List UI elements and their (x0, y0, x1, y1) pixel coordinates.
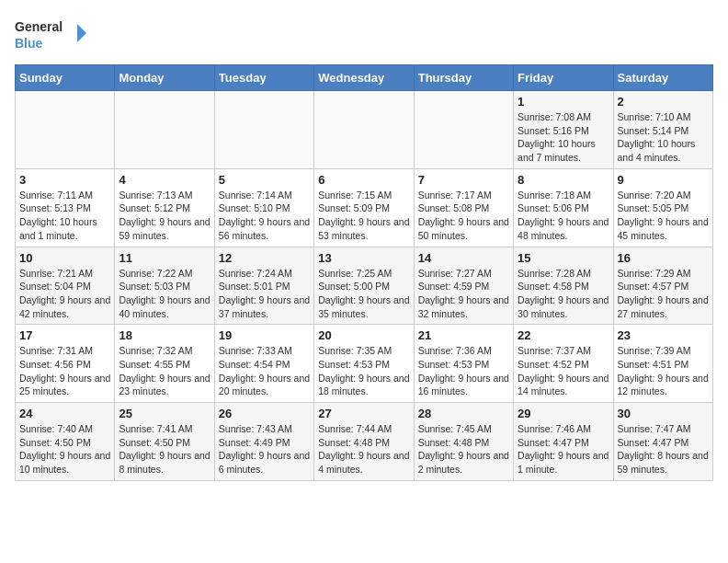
day-info: Sunrise: 7:41 AM Sunset: 4:50 PM Dayligh… (119, 422, 210, 477)
day-info: Sunrise: 7:28 AM Sunset: 4:58 PM Dayligh… (518, 267, 609, 321)
day-info: Sunrise: 7:37 AM Sunset: 4:52 PM Dayligh… (518, 344, 609, 398)
svg-marker-2 (77, 24, 86, 42)
calendar-cell: 5Sunrise: 7:14 AM Sunset: 5:10 PM Daylig… (214, 168, 313, 247)
day-number: 6 (318, 173, 409, 187)
calendar-cell: 19Sunrise: 7:33 AM Sunset: 4:54 PM Dayli… (214, 325, 313, 403)
day-number: 4 (119, 173, 210, 187)
calendar-cell (414, 91, 513, 169)
day-number: 27 (318, 407, 409, 420)
calendar-cell: 16Sunrise: 7:29 AM Sunset: 4:57 PM Dayli… (613, 247, 712, 325)
weekday-header-saturday: Saturday (613, 65, 712, 91)
day-number: 12 (219, 251, 310, 265)
calendar-week-4: 17Sunrise: 7:31 AM Sunset: 4:56 PM Dayli… (16, 325, 713, 403)
day-info: Sunrise: 7:40 AM Sunset: 4:50 PM Dayligh… (19, 422, 110, 477)
day-info: Sunrise: 7:27 AM Sunset: 4:59 PM Dayligh… (418, 267, 509, 321)
svg-text:Blue: Blue (15, 36, 43, 51)
calendar-cell (16, 91, 115, 169)
calendar-cell: 21Sunrise: 7:36 AM Sunset: 4:53 PM Dayli… (414, 325, 513, 403)
day-number: 23 (618, 328, 709, 342)
day-number: 30 (618, 407, 709, 420)
day-number: 16 (618, 251, 709, 265)
weekday-header-thursday: Thursday (414, 65, 513, 91)
day-number: 14 (418, 251, 509, 265)
day-number: 25 (119, 407, 210, 420)
calendar-week-3: 10Sunrise: 7:21 AM Sunset: 5:04 PM Dayli… (16, 247, 713, 325)
day-info: Sunrise: 7:22 AM Sunset: 5:03 PM Dayligh… (119, 267, 210, 321)
day-info: Sunrise: 7:45 AM Sunset: 4:48 PM Dayligh… (418, 422, 509, 477)
day-number: 5 (219, 173, 310, 187)
day-info: Sunrise: 7:25 AM Sunset: 5:00 PM Dayligh… (318, 267, 409, 321)
day-number: 13 (318, 251, 409, 265)
calendar-cell: 10Sunrise: 7:21 AM Sunset: 5:04 PM Dayli… (16, 247, 115, 325)
day-number: 11 (119, 251, 210, 265)
day-number: 10 (19, 251, 110, 265)
weekday-header-monday: Monday (115, 65, 214, 91)
day-info: Sunrise: 7:35 AM Sunset: 4:53 PM Dayligh… (318, 344, 409, 398)
calendar-cell: 9Sunrise: 7:20 AM Sunset: 5:05 PM Daylig… (613, 168, 712, 247)
day-info: Sunrise: 7:36 AM Sunset: 4:53 PM Dayligh… (418, 344, 509, 398)
day-info: Sunrise: 7:47 AM Sunset: 4:47 PM Dayligh… (618, 422, 709, 477)
calendar-cell: 2Sunrise: 7:10 AM Sunset: 5:14 PM Daylig… (613, 91, 712, 169)
calendar-cell: 4Sunrise: 7:13 AM Sunset: 5:12 PM Daylig… (115, 168, 214, 247)
calendar: SundayMondayTuesdayWednesdayThursdayFrid… (15, 64, 713, 481)
day-info: Sunrise: 7:21 AM Sunset: 5:04 PM Dayligh… (19, 267, 110, 321)
day-number: 3 (19, 173, 110, 187)
day-number: 22 (518, 328, 609, 342)
day-info: Sunrise: 7:32 AM Sunset: 4:55 PM Dayligh… (119, 344, 210, 398)
day-info: Sunrise: 7:39 AM Sunset: 4:51 PM Dayligh… (618, 344, 709, 398)
header: General Blue (15, 15, 713, 55)
calendar-body: 1Sunrise: 7:08 AM Sunset: 5:16 PM Daylig… (16, 91, 713, 481)
calendar-cell: 18Sunrise: 7:32 AM Sunset: 4:55 PM Dayli… (115, 325, 214, 403)
calendar-cell: 26Sunrise: 7:43 AM Sunset: 4:49 PM Dayli… (214, 403, 313, 481)
weekday-header-wednesday: Wednesday (314, 65, 414, 91)
day-info: Sunrise: 7:10 AM Sunset: 5:14 PM Dayligh… (618, 110, 709, 165)
calendar-cell: 27Sunrise: 7:44 AM Sunset: 4:48 PM Dayli… (314, 403, 414, 481)
day-number: 20 (318, 328, 409, 342)
weekday-header-sunday: Sunday (16, 65, 115, 91)
calendar-cell: 6Sunrise: 7:15 AM Sunset: 5:09 PM Daylig… (314, 168, 414, 247)
svg-text:General: General (15, 19, 63, 34)
day-info: Sunrise: 7:20 AM Sunset: 5:05 PM Dayligh… (618, 189, 709, 243)
day-info: Sunrise: 7:08 AM Sunset: 5:16 PM Dayligh… (518, 110, 609, 165)
calendar-week-1: 1Sunrise: 7:08 AM Sunset: 5:16 PM Daylig… (16, 91, 713, 169)
calendar-cell: 13Sunrise: 7:25 AM Sunset: 5:00 PM Dayli… (314, 247, 414, 325)
day-number: 19 (219, 328, 310, 342)
calendar-cell: 20Sunrise: 7:35 AM Sunset: 4:53 PM Dayli… (314, 325, 414, 403)
calendar-cell (214, 91, 313, 169)
day-number: 7 (418, 173, 509, 187)
calendar-cell (115, 91, 214, 169)
day-number: 8 (518, 173, 609, 187)
calendar-cell: 1Sunrise: 7:08 AM Sunset: 5:16 PM Daylig… (514, 91, 613, 169)
calendar-header: SundayMondayTuesdayWednesdayThursdayFrid… (16, 65, 713, 91)
day-number: 18 (119, 328, 210, 342)
day-info: Sunrise: 7:43 AM Sunset: 4:49 PM Dayligh… (219, 422, 310, 477)
day-number: 28 (418, 407, 509, 420)
calendar-cell: 8Sunrise: 7:18 AM Sunset: 5:06 PM Daylig… (514, 168, 613, 247)
day-info: Sunrise: 7:46 AM Sunset: 4:47 PM Dayligh… (518, 422, 609, 477)
day-info: Sunrise: 7:14 AM Sunset: 5:10 PM Dayligh… (219, 189, 310, 243)
weekday-header-friday: Friday (514, 65, 613, 91)
calendar-cell: 7Sunrise: 7:17 AM Sunset: 5:08 PM Daylig… (414, 168, 513, 247)
day-info: Sunrise: 7:17 AM Sunset: 5:08 PM Dayligh… (418, 189, 509, 243)
calendar-cell: 29Sunrise: 7:46 AM Sunset: 4:47 PM Dayli… (514, 403, 613, 481)
day-number: 1 (518, 95, 609, 109)
day-number: 17 (19, 328, 110, 342)
calendar-week-2: 3Sunrise: 7:11 AM Sunset: 5:13 PM Daylig… (16, 168, 713, 247)
day-number: 24 (19, 407, 110, 420)
day-number: 9 (618, 173, 709, 187)
calendar-cell: 30Sunrise: 7:47 AM Sunset: 4:47 PM Dayli… (613, 403, 712, 481)
day-info: Sunrise: 7:44 AM Sunset: 4:48 PM Dayligh… (318, 422, 409, 477)
day-number: 2 (618, 95, 709, 109)
calendar-cell: 17Sunrise: 7:31 AM Sunset: 4:56 PM Dayli… (16, 325, 115, 403)
calendar-cell: 15Sunrise: 7:28 AM Sunset: 4:58 PM Dayli… (514, 247, 613, 325)
weekday-header-tuesday: Tuesday (214, 65, 313, 91)
day-info: Sunrise: 7:33 AM Sunset: 4:54 PM Dayligh… (219, 344, 310, 398)
calendar-cell (314, 91, 414, 169)
day-number: 15 (518, 251, 609, 265)
calendar-cell: 22Sunrise: 7:37 AM Sunset: 4:52 PM Dayli… (514, 325, 613, 403)
calendar-cell: 11Sunrise: 7:22 AM Sunset: 5:03 PM Dayli… (115, 247, 214, 325)
calendar-cell: 25Sunrise: 7:41 AM Sunset: 4:50 PM Dayli… (115, 403, 214, 481)
day-info: Sunrise: 7:24 AM Sunset: 5:01 PM Dayligh… (219, 267, 310, 321)
day-info: Sunrise: 7:29 AM Sunset: 4:57 PM Dayligh… (618, 267, 709, 321)
calendar-cell: 23Sunrise: 7:39 AM Sunset: 4:51 PM Dayli… (613, 325, 712, 403)
